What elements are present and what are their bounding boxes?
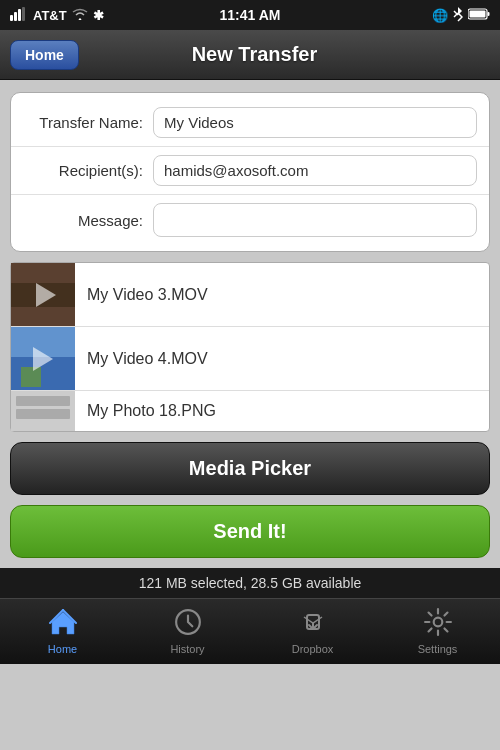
svg-rect-3: [22, 7, 25, 21]
nav-title: New Transfer: [79, 43, 430, 66]
status-bar: AT&T ✱ 11:41 AM 🌐: [0, 0, 500, 30]
tab-history-label: History: [170, 643, 204, 655]
message-row: Message:: [11, 195, 489, 245]
home-icon: [49, 608, 77, 640]
home-nav-button[interactable]: Home: [10, 40, 79, 70]
file-item[interactable]: My Video 4.MOV: [11, 327, 489, 391]
svg-rect-16: [16, 409, 70, 419]
message-input[interactable]: [153, 203, 477, 237]
battery-icon: [468, 8, 490, 23]
tab-settings[interactable]: Settings: [375, 599, 500, 664]
nav-bar: Home New Transfer: [0, 30, 500, 80]
carrier-label: AT&T: [33, 8, 67, 23]
dropbox-icon: [299, 608, 327, 640]
transfer-name-input[interactable]: [153, 107, 477, 138]
settings-icon: [424, 608, 452, 640]
tab-history[interactable]: History: [125, 599, 250, 664]
file-name: My Photo 18.PNG: [75, 402, 489, 420]
time-display: 11:41 AM: [220, 7, 281, 23]
tab-bar: Home History Dropbox: [0, 598, 500, 664]
svg-rect-2: [18, 9, 21, 21]
tab-settings-label: Settings: [418, 643, 458, 655]
file-thumbnail: [11, 327, 75, 391]
send-button[interactable]: Send It!: [10, 505, 490, 558]
buttons-section: Media Picker Send It!: [0, 432, 500, 558]
storage-text: 121 MB selected, 28.5 GB available: [139, 575, 362, 591]
svg-rect-12: [21, 367, 41, 387]
svg-point-19: [433, 618, 442, 627]
svg-rect-6: [470, 10, 486, 17]
tab-dropbox[interactable]: Dropbox: [250, 599, 375, 664]
svg-rect-15: [16, 396, 70, 406]
globe-icon: 🌐: [432, 8, 448, 23]
file-thumbnail: [11, 263, 75, 327]
transfer-name-row: Transfer Name:: [11, 99, 489, 147]
file-name: My Video 4.MOV: [75, 350, 489, 368]
storage-bar: 121 MB selected, 28.5 GB available: [0, 568, 500, 598]
file-thumbnail: [11, 391, 75, 431]
svg-rect-5: [488, 12, 490, 16]
tab-home[interactable]: Home: [0, 599, 125, 664]
signal-icon: [10, 7, 28, 24]
recipients-row: Recipient(s):: [11, 147, 489, 195]
file-item[interactable]: My Photo 18.PNG: [11, 391, 489, 431]
history-icon: [174, 608, 202, 640]
tab-dropbox-label: Dropbox: [292, 643, 334, 655]
wifi-icon: [72, 8, 88, 23]
transfer-name-label: Transfer Name:: [23, 114, 153, 131]
main-content: Transfer Name: Recipient(s): Message: My…: [0, 80, 500, 432]
message-label: Message:: [23, 212, 153, 229]
svg-rect-11: [11, 327, 75, 357]
media-picker-button[interactable]: Media Picker: [10, 442, 490, 495]
tab-home-label: Home: [48, 643, 77, 655]
recipients-label: Recipient(s):: [23, 162, 153, 179]
svg-rect-0: [10, 15, 13, 21]
file-name: My Video 3.MOV: [75, 286, 489, 304]
svg-rect-1: [14, 12, 17, 21]
form-section: Transfer Name: Recipient(s): Message:: [10, 92, 490, 252]
bluetooth-icon: [453, 6, 463, 25]
activity-icon: ✱: [93, 8, 104, 23]
recipients-input[interactable]: [153, 155, 477, 186]
files-section: My Video 3.MOV My Video 4.MOV: [10, 262, 490, 432]
file-item[interactable]: My Video 3.MOV: [11, 263, 489, 327]
